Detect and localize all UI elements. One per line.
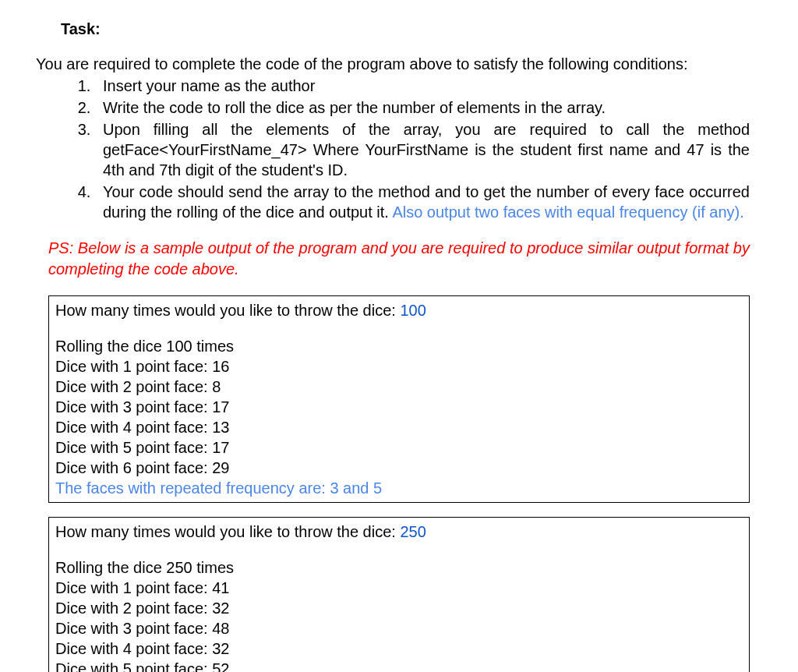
prompt-text: How many times would you like to throw t… — [55, 302, 400, 319]
face-line: Dice with 5 point face: 17 — [55, 437, 743, 458]
face-line: Dice with 3 point face: 17 — [55, 397, 743, 417]
rolling-line: Rolling the dice 100 times — [55, 336, 743, 356]
list-item: Insert your name as the author — [95, 76, 750, 96]
list-item: Write the code to roll the dice as per t… — [95, 97, 750, 118]
task-heading: Task: — [61, 20, 750, 38]
face-line: Dice with 6 point face: 29 — [55, 458, 743, 478]
prompt-text: How many times would you like to throw t… — [55, 523, 400, 540]
face-line: Dice with 1 point face: 16 — [55, 356, 743, 377]
list-item: Your code should send the array to the m… — [95, 182, 750, 222]
face-line: Dice with 5 point face: 52 — [55, 659, 743, 672]
prompt-line: How many times would you like to throw t… — [55, 300, 743, 320]
list-item-highlight: Also output two faces with equal frequen… — [392, 203, 743, 221]
prompt-line: How many times would you like to throw t… — [55, 522, 743, 542]
list-item: Upon filling all the elements of the arr… — [95, 119, 750, 180]
intro-text: You are required to complete the code of… — [36, 54, 750, 74]
page-container: Task: You are required to complete the c… — [0, 0, 798, 672]
ps-note: PS: Below is a sample output of the prog… — [48, 238, 750, 280]
output-box-2: How many times would you like to throw t… — [48, 517, 750, 672]
face-line: Dice with 2 point face: 8 — [55, 377, 743, 397]
face-line: Dice with 4 point face: 13 — [55, 417, 743, 437]
face-line: Dice with 4 point face: 32 — [55, 638, 743, 659]
prompt-value: 250 — [400, 523, 425, 540]
output-box-1: How many times would you like to throw t… — [48, 295, 750, 503]
prompt-value: 100 — [400, 302, 425, 319]
repeated-freq-line: The faces with repeated frequency are: 3… — [55, 478, 743, 498]
face-line: Dice with 2 point face: 32 — [55, 598, 743, 618]
face-line: Dice with 3 point face: 48 — [55, 618, 743, 638]
task-list: Insert your name as the author Write the… — [48, 76, 750, 222]
rolling-line: Rolling the dice 250 times — [55, 557, 743, 578]
face-line: Dice with 1 point face: 41 — [55, 578, 743, 598]
